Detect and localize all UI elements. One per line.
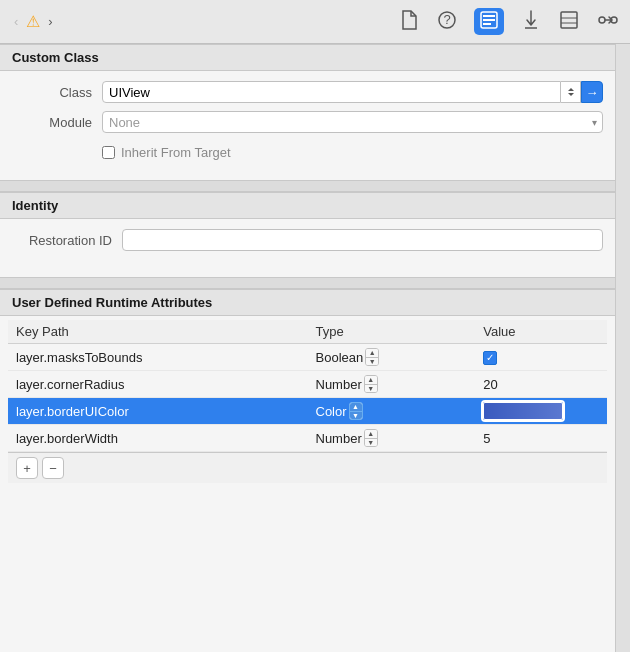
class-input-group: →	[102, 81, 603, 103]
value-cell: 5	[475, 425, 607, 452]
restoration-id-label: Restoration ID	[12, 233, 112, 248]
warning-icon: ⚠	[26, 12, 40, 31]
value-cell: 20	[475, 371, 607, 398]
svg-rect-5	[483, 23, 491, 25]
attributes-inspector-button[interactable]	[520, 8, 542, 35]
chevron-left-icon: ‹	[14, 14, 18, 29]
plus-icon: +	[23, 461, 31, 476]
section-gap-2	[0, 277, 615, 289]
identity-section: Identity Restoration ID	[0, 192, 615, 277]
type-label: Number	[316, 431, 362, 446]
key-path-cell: layer.masksToBounds	[8, 344, 308, 371]
identity-body: Restoration ID	[0, 219, 615, 269]
scrollbar-track	[615, 44, 630, 652]
remove-attribute-button[interactable]: −	[42, 457, 64, 479]
section-gap-1	[0, 180, 615, 192]
file-inspector-button[interactable]	[398, 8, 420, 35]
boolean-checkbox[interactable]: ✓	[483, 351, 497, 365]
svg-rect-4	[483, 19, 495, 21]
svg-rect-7	[561, 12, 577, 28]
value-cell	[475, 398, 607, 425]
module-label: Module	[12, 115, 92, 130]
module-row: Module None ▾	[12, 111, 603, 133]
custom-class-section: Custom Class Class	[0, 44, 615, 180]
value-cell: ✓	[475, 344, 607, 371]
help-inspector-button[interactable]: ?	[436, 9, 458, 34]
class-stepper[interactable]	[561, 81, 581, 103]
color-swatch-container	[483, 402, 599, 420]
stepper[interactable]: ▲ ▼	[365, 348, 379, 366]
col-type: Type	[308, 320, 476, 344]
connections-icon	[598, 11, 618, 32]
main-content: Custom Class Class	[0, 44, 630, 652]
attributes-table: Key Path Type Value layer.masksToBounds	[8, 320, 607, 452]
size-icon	[560, 11, 578, 32]
type-cell: Number ▲ ▼	[308, 425, 476, 452]
table-row[interactable]: layer.cornerRadius Number ▲ ▼	[8, 371, 607, 398]
key-path-cell: layer.cornerRadius	[8, 371, 308, 398]
size-inspector-button[interactable]	[558, 9, 580, 34]
stepper[interactable]: ▲ ▼	[364, 375, 378, 393]
identity-header: Identity	[0, 192, 615, 219]
type-label: Boolean	[316, 350, 364, 365]
class-navigate-button[interactable]: →	[581, 81, 603, 103]
type-cell: Color ▲ ▼	[308, 398, 476, 425]
runtime-attributes-header: User Defined Runtime Attributes	[0, 289, 615, 316]
table-header-row: Key Path Type Value	[8, 320, 607, 344]
key-path-cell: layer.borderUIColor	[8, 398, 308, 425]
connections-inspector-button[interactable]	[596, 9, 620, 34]
stepper-up-icon[interactable]: ▲	[365, 430, 377, 439]
minus-icon: −	[49, 461, 57, 476]
svg-point-10	[599, 17, 605, 23]
type-label: Color	[316, 404, 347, 419]
type-cell: Number ▲ ▼	[308, 371, 476, 398]
stepper-down-icon[interactable]: ▼	[350, 412, 362, 420]
identity-inspector-button[interactable]	[474, 8, 504, 35]
arrow-right-icon: →	[586, 85, 599, 100]
stepper-down-icon[interactable]: ▼	[365, 439, 377, 447]
stepper-down-icon[interactable]: ▼	[366, 358, 378, 366]
stepper-up-icon[interactable]: ▲	[365, 376, 377, 385]
table-row-selected[interactable]: layer.borderUIColor Color ▲ ▼	[8, 398, 607, 425]
runtime-attributes-body: Key Path Type Value layer.masksToBounds	[0, 320, 615, 491]
toolbar: ‹ ⚠ › ?	[0, 0, 630, 44]
attributes-icon	[522, 10, 540, 33]
table-row[interactable]: layer.masksToBounds Boolean ▲ ▼	[8, 344, 607, 371]
custom-class-body: Class →	[0, 71, 615, 172]
restoration-id-input[interactable]	[122, 229, 603, 251]
stepper[interactable]: ▲ ▼	[364, 429, 378, 447]
module-select[interactable]: None	[102, 111, 603, 133]
module-select-wrapper: None ▾	[102, 111, 603, 133]
app-window: ‹ ⚠ › ?	[0, 0, 630, 652]
stepper[interactable]: ▲ ▼	[349, 402, 363, 420]
inherit-checkbox[interactable]	[102, 146, 115, 159]
chevron-right-icon: ›	[48, 14, 52, 29]
nav-back-button[interactable]: ‹	[10, 12, 22, 31]
type-cell: Boolean ▲ ▼	[308, 344, 476, 371]
toolbar-icons: ?	[398, 8, 620, 35]
custom-class-header: Custom Class	[0, 44, 615, 71]
identity-icon	[480, 11, 498, 32]
bottom-toolbar: + −	[8, 452, 607, 483]
inherit-label: Inherit From Target	[121, 145, 231, 160]
runtime-attributes-section: User Defined Runtime Attributes Key Path…	[0, 289, 615, 499]
class-input[interactable]	[102, 81, 561, 103]
stepper-down-icon[interactable]: ▼	[365, 385, 377, 393]
class-row: Class →	[12, 81, 603, 103]
type-label: Number	[316, 377, 362, 392]
toolbar-nav: ‹ ⚠ ›	[10, 12, 57, 31]
nav-forward-button[interactable]: ›	[44, 12, 56, 31]
stepper-up-icon[interactable]: ▲	[366, 349, 378, 358]
stepper-up-icon[interactable]: ▲	[350, 403, 362, 412]
key-path-cell: layer.borderWidth	[8, 425, 308, 452]
table-row[interactable]: layer.borderWidth Number ▲ ▼	[8, 425, 607, 452]
col-value: Value	[475, 320, 607, 344]
color-swatch[interactable]	[483, 402, 563, 420]
svg-rect-3	[483, 15, 495, 17]
restoration-id-row: Restoration ID	[12, 229, 603, 251]
col-key-path: Key Path	[8, 320, 308, 344]
file-icon	[400, 10, 418, 33]
inherit-checkbox-row: Inherit From Target	[12, 141, 603, 162]
class-label: Class	[12, 85, 92, 100]
add-attribute-button[interactable]: +	[16, 457, 38, 479]
